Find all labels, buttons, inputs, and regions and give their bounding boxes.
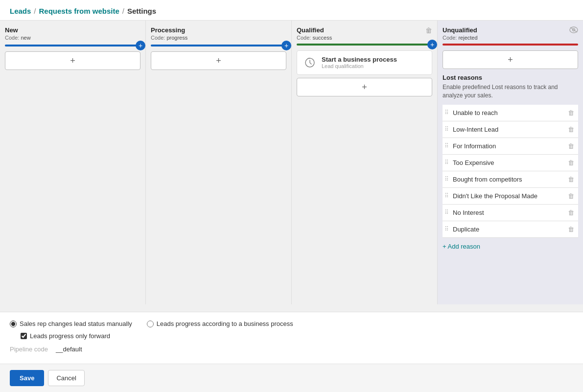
stage-unqualified-name: Unqualified [443,26,478,34]
lost-reason-name-8: Duplicate [453,226,479,233]
stage-new-add-circle[interactable]: + [136,41,145,50]
drag-handle-6[interactable]: ⠿ [444,192,449,199]
breadcrumb-settings: Settings [127,7,156,15]
lost-reason-left-6: ⠿ Didn't Like the Proposal Made [444,192,537,200]
pipeline-code-row: Pipeline code __default [10,346,573,353]
stage-unqualified-header: Unqualified Code: rejected [443,26,478,41]
drag-handle-1[interactable]: ⠿ [444,109,449,116]
lost-reason-item-7: ⠿ No Interest 🗑 [443,205,578,221]
delete-reason-8[interactable]: 🗑 [566,225,576,234]
stage-new: New Code: new + + [0,21,146,304]
stage-qualified-bar-fill [297,44,432,46]
header: Leads / Requests from website / Settings [0,0,583,21]
stage-unqualified-bar-fill [443,44,578,46]
stage-qualified-add-btn[interactable]: + [297,78,432,96]
stage-qualified-add-circle[interactable]: + [427,40,437,49]
svg-line-3 [570,27,577,32]
breadcrumb-sep-2: / [122,7,124,15]
save-button[interactable]: Save [10,370,44,386]
delete-reason-1[interactable]: 🗑 [566,108,576,117]
stage-unqualified: Unqualified Code: rejected + [438,21,583,304]
delete-reason-7[interactable]: 🗑 [566,208,576,217]
lost-reason-item-2: ⠿ Low-Intent Lead 🗑 [443,121,578,138]
stage-unqualified-eye-btn[interactable] [569,26,578,35]
lost-reason-item-5: ⠿ Bought from competitors 🗑 [443,171,578,188]
stage-processing-bar: + [151,45,286,46]
stage-processing-bar-fill [151,45,286,46]
stage-unqualified-header-row: Unqualified Code: rejected [443,26,578,41]
lost-reason-name-6: Didn't Like the Proposal Made [453,192,537,200]
drag-handle-8[interactable]: ⠿ [444,226,449,232]
add-reason-btn[interactable]: + Add reason [443,243,480,250]
breadcrumb: Leads / Requests from website / Settings [10,7,573,15]
checkbox-label-forward[interactable]: Leads progress only forward [21,332,573,340]
stage-qualified-header-row: Qualified Code: success 🗑 [297,26,432,41]
action-title: Start a business process [322,56,397,63]
breadcrumb-requests[interactable]: Requests from website [39,7,119,15]
lost-reason-item-6: ⠿ Didn't Like the Proposal Made 🗑 [443,188,578,205]
radio-process[interactable] [147,321,154,327]
action-card[interactable]: Start a business process Lead qualificat… [297,50,432,75]
radio-manual[interactable] [10,321,17,327]
lost-reason-left-8: ⠿ Duplicate [444,226,479,233]
lost-reason-name-4: Too Expensive [453,159,494,166]
lost-reasons-desc: Enable predefined Lost reasons to track … [443,83,578,100]
drag-handle-3[interactable]: ⠿ [444,142,449,149]
delete-reason-4[interactable]: 🗑 [566,158,576,167]
main-content: New Code: new + + Processing Code: progr… [0,21,583,312]
breadcrumb-leads[interactable]: Leads [10,7,31,15]
stage-unqualified-bar [443,44,578,46]
stage-qualified-bar: + [297,44,432,46]
lost-reason-item-4: ⠿ Too Expensive 🗑 [443,155,578,171]
drag-handle-2[interactable]: ⠿ [444,126,449,133]
stage-unqualified-code: Code: rejected [443,35,478,41]
process-icon [303,56,317,69]
checkbox-forward-label: Leads progress only forward [30,332,110,340]
lost-reason-name-1: Unable to reach [453,109,498,116]
stage-new-bar: + [5,45,140,46]
delete-reason-2[interactable]: 🗑 [566,125,576,134]
stage-qualified-delete-btn[interactable]: 🗑 [425,26,432,34]
action-subtitle: Lead qualification [322,63,397,69]
stage-qualified: Qualified Code: success 🗑 + [292,21,438,304]
lost-reason-item-3: ⠿ For Information 🗑 [443,138,578,155]
footer-bar: Save Cancel [0,364,583,392]
stage-processing-add-btn[interactable]: + [151,51,286,70]
pipeline-code-value: __default [56,346,82,353]
pipeline-stages: New Code: new + + Processing Code: progr… [0,21,583,304]
stage-new-code: Code: new [5,35,140,41]
lost-reason-left-3: ⠿ For Information [444,142,496,150]
delete-reason-3[interactable]: 🗑 [566,141,576,151]
lost-reasons-section: Lost reasons Enable predefined Lost reas… [443,74,578,250]
lost-reason-left-1: ⠿ Unable to reach [444,109,498,116]
cancel-button[interactable]: Cancel [48,370,84,386]
radio-label-process[interactable]: Leads progress according to a business p… [147,320,293,327]
stage-qualified-name: Qualified [297,26,332,34]
stage-processing-add-circle[interactable]: + [281,41,291,50]
stage-new-add-btn[interactable]: + [5,51,140,70]
stage-processing-code: Code: progress [151,35,286,41]
drag-handle-5[interactable]: ⠿ [444,176,449,183]
lost-reason-name-3: For Information [453,142,496,150]
stage-processing-header: Processing Code: progress [151,26,286,41]
stage-qualified-code: Code: success [297,35,332,41]
breadcrumb-sep-1: / [34,7,36,15]
stage-qualified-header: Qualified Code: success [297,26,332,41]
delete-reason-6[interactable]: 🗑 [566,191,576,201]
stage-processing: Processing Code: progress + + [146,21,292,304]
drag-handle-7[interactable]: ⠿ [444,209,449,216]
stage-processing-name: Processing [151,26,286,34]
stage-new-header: New Code: new [5,26,140,41]
drag-handle-4[interactable]: ⠿ [444,159,449,166]
radio-options: Sales rep changes lead status manually L… [10,320,573,327]
bottom-section: Sales rep changes lead status manually L… [0,312,583,364]
stage-unqualified-add-btn[interactable]: + [443,50,578,69]
lost-reason-name-2: Low-Intent Lead [453,126,498,133]
radio-label-manual[interactable]: Sales rep changes lead status manually [10,320,132,327]
checkbox-forward[interactable] [21,333,27,339]
radio-manual-label: Sales rep changes lead status manually [20,320,132,327]
stage-new-name: New [5,26,140,34]
lost-reason-left-7: ⠿ No Interest [444,209,484,216]
action-card-text: Start a business process Lead qualificat… [322,56,397,69]
delete-reason-5[interactable]: 🗑 [566,175,576,184]
